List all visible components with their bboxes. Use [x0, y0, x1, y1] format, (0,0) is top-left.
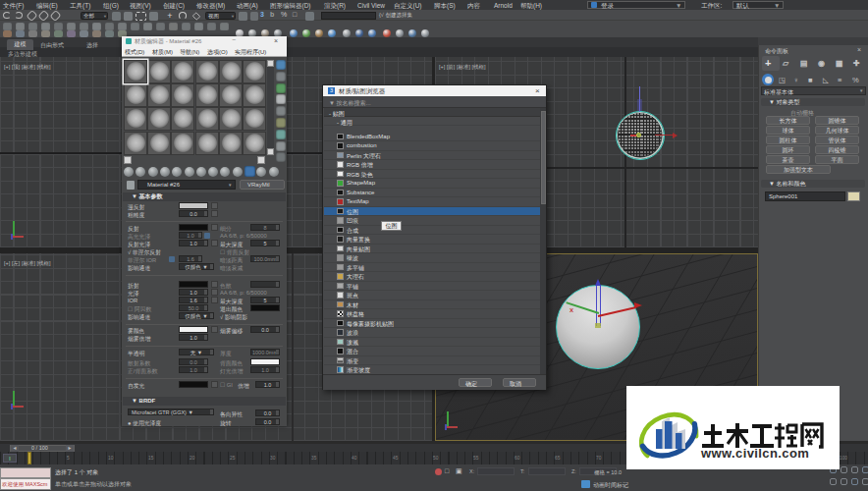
svg-text:www.civilcn.com: www.civilcn.com: [700, 446, 809, 461]
